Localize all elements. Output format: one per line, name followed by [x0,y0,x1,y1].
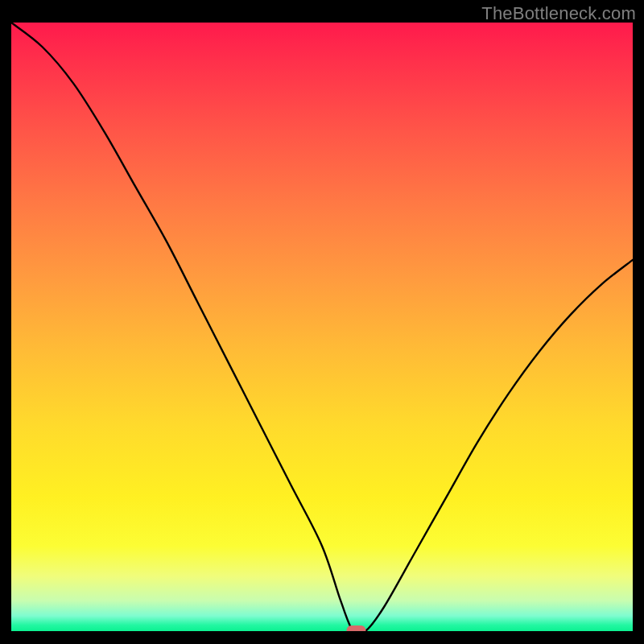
curve-layer [11,23,633,631]
watermark-text: TheBottleneck.com [481,3,636,24]
bottleneck-curve [11,23,633,631]
chart-frame: TheBottleneck.com [0,0,644,644]
highlight-marker [346,625,365,631]
plot-area [11,23,633,631]
